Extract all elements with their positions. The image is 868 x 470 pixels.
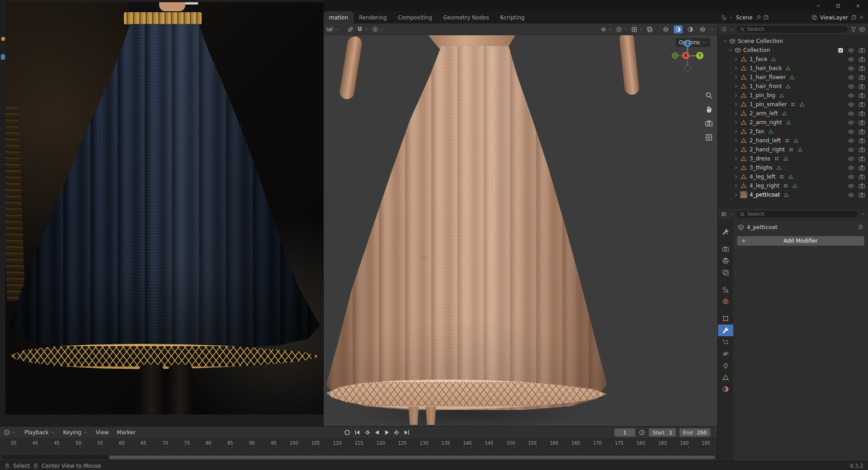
scene-collection-row[interactable]: Scene Collection	[718, 37, 868, 46]
expand-chevron-icon[interactable]	[733, 102, 739, 107]
hide-eye-icon[interactable]	[848, 155, 854, 162]
gizmo-z-axis[interactable]: Z	[684, 40, 691, 47]
outliner-object-row[interactable]: 4_leg_right	[718, 181, 868, 190]
mode-dropdown[interactable]: ial	[326, 26, 339, 33]
hide-eye-icon[interactable]	[848, 119, 854, 126]
object-name[interactable]: 3_thighs	[750, 164, 773, 171]
disable-render-camera-icon[interactable]	[859, 83, 865, 90]
expand-chevron-icon[interactable]	[733, 66, 739, 71]
tab-object[interactable]	[718, 313, 733, 324]
viewlayer-selector[interactable]: ViewLayer	[820, 14, 848, 21]
chevron-down-icon[interactable]	[729, 15, 733, 20]
outliner-object-row[interactable]: 2_hand_left	[718, 136, 868, 145]
toggle-grid-icon[interactable]	[705, 133, 713, 141]
timeline-scrollbar-handle[interactable]	[109, 456, 715, 459]
image-editor-tool-icon[interactable]	[1, 37, 5, 41]
timeline-menu[interactable]: Marker	[113, 429, 139, 436]
hide-eye-icon[interactable]	[848, 110, 854, 117]
tab-view-layer[interactable]	[718, 267, 733, 278]
expand-chevron-icon[interactable]	[733, 120, 739, 125]
hide-eye-icon[interactable]	[848, 65, 854, 72]
tab-constraints[interactable]	[718, 360, 733, 371]
hide-eye-icon[interactable]	[848, 56, 854, 63]
properties-editor-icon[interactable]	[721, 211, 727, 217]
current-frame-field[interactable]: 1	[614, 428, 635, 437]
gizmos-control[interactable]	[616, 26, 628, 33]
new-collection-icon[interactable]	[859, 26, 865, 33]
timeline-scrollbar[interactable]	[2, 455, 716, 460]
expand-chevron-icon[interactable]	[733, 183, 739, 188]
hide-eye-icon[interactable]	[848, 137, 854, 144]
xray-toggle-icon[interactable]	[646, 26, 653, 33]
close-button[interactable]	[848, 0, 868, 11]
model-arm-right[interactable]	[619, 31, 640, 96]
hide-eye-icon[interactable]	[848, 146, 854, 153]
jump-to-end-icon[interactable]	[403, 429, 410, 436]
add-modifier-button[interactable]: Add Modifier	[737, 236, 864, 246]
tab-world[interactable]	[718, 296, 733, 307]
disable-render-camera-icon[interactable]	[859, 65, 865, 72]
outliner-object-row[interactable]: 2_hand_right	[718, 145, 868, 154]
model-petticoat-skirt[interactable]	[326, 46, 607, 410]
object-name[interactable]: 2_hand_right	[750, 146, 785, 153]
tab-output[interactable]	[718, 255, 733, 267]
scene-selector[interactable]: Scene	[736, 14, 753, 21]
move-view-hand-icon[interactable]	[705, 105, 713, 113]
shading-solid-button[interactable]	[674, 25, 683, 33]
timeline-editor-selector[interactable]	[4, 429, 16, 436]
tab-physics[interactable]	[718, 348, 733, 360]
expand-chevron-icon[interactable]	[733, 84, 739, 89]
disable-render-camera-icon[interactable]	[859, 174, 865, 180]
active-object-name[interactable]: 4_petticoat	[747, 224, 777, 230]
disable-render-camera-icon[interactable]	[859, 137, 865, 144]
gizmo-minus-y-axis[interactable]	[672, 52, 678, 59]
disable-render-camera-icon[interactable]	[859, 183, 865, 189]
play-reverse-icon[interactable]	[373, 429, 381, 436]
disable-render-camera-icon[interactable]	[859, 119, 865, 126]
expand-chevron-icon[interactable]	[733, 156, 739, 161]
previous-keyframe-icon[interactable]	[363, 429, 371, 436]
outliner-object-row[interactable]: 2_arm_left	[718, 109, 868, 118]
object-name[interactable]: 2_arm_left	[750, 110, 778, 117]
gizmo-x-axis[interactable]: X	[682, 52, 689, 59]
outliner-object-row[interactable]: 3_dress	[718, 154, 868, 163]
view-object-types-control[interactable]	[600, 26, 613, 33]
object-name[interactable]: 1_hair_flower	[750, 74, 786, 80]
expand-chevron-icon[interactable]	[733, 165, 739, 170]
auto-keying-record-icon[interactable]	[344, 429, 351, 436]
object-name[interactable]: 4_leg_left	[750, 174, 775, 180]
object-name[interactable]: 3_dress	[750, 155, 770, 162]
shading-wireframe-button[interactable]	[661, 25, 670, 33]
timeline-menu[interactable]: Keying	[59, 429, 92, 436]
shading-dropdown-icon[interactable]	[710, 27, 715, 32]
disable-render-camera-icon[interactable]	[859, 110, 865, 117]
hide-eye-icon[interactable]	[848, 192, 854, 198]
tab-render[interactable]	[718, 243, 733, 255]
hide-eye-icon[interactable]	[848, 47, 854, 54]
filter-dropdown-icon[interactable]	[861, 212, 865, 216]
chevron-down-icon[interactable]	[729, 27, 734, 32]
outliner-editor-icon[interactable]	[721, 26, 727, 33]
expand-chevron-icon[interactable]	[733, 129, 739, 134]
outliner-search[interactable]	[736, 25, 848, 33]
outliner-object-row[interactable]: 4_leg_left	[718, 172, 868, 181]
add-workspace-button[interactable]: +	[495, 11, 508, 24]
timeline-menu[interactable]: Playback	[20, 429, 59, 436]
outliner-object-row[interactable]: 1_pin_big	[718, 91, 868, 100]
hide-eye-icon[interactable]	[848, 128, 854, 135]
expand-chevron-icon[interactable]	[733, 111, 739, 116]
properties-search-input[interactable]	[747, 211, 855, 217]
outliner-object-row[interactable]: 2_arm_right	[718, 118, 868, 127]
use-preview-range-clock-icon[interactable]	[639, 429, 645, 436]
object-name[interactable]: 4_petticoat	[750, 192, 780, 198]
chevron-down-icon[interactable]	[722, 38, 728, 44]
workspace-tab[interactable]: mation	[324, 11, 354, 24]
object-name[interactable]: 2_arm_right	[750, 119, 782, 126]
expand-chevron-icon[interactable]	[733, 192, 739, 197]
gizmo-y-axis[interactable]: Y	[696, 52, 703, 59]
tab-tool[interactable]	[718, 226, 733, 238]
disable-render-camera-icon[interactable]	[859, 155, 865, 162]
collection-checkbox[interactable]	[838, 47, 844, 53]
snap-control[interactable]	[357, 26, 369, 33]
hide-eye-icon[interactable]	[848, 83, 854, 90]
